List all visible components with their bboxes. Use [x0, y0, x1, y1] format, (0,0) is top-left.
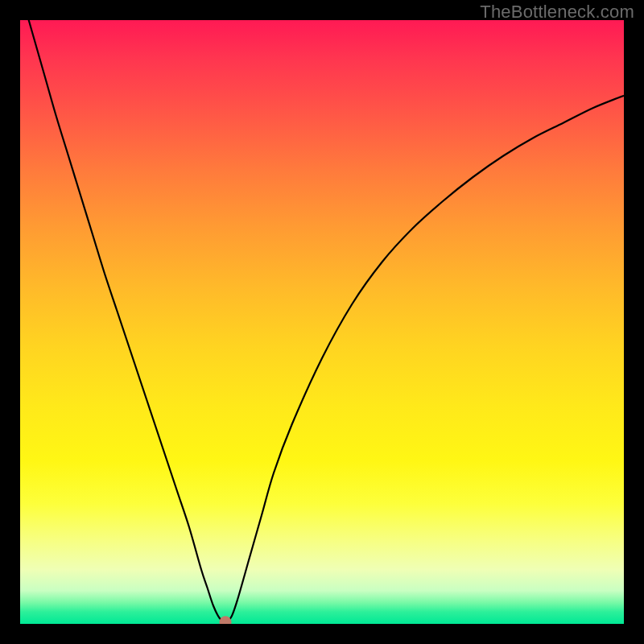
minimum-marker [220, 616, 232, 624]
chart-svg [20, 20, 624, 624]
watermark-text: TheBottleneck.com [480, 2, 634, 23]
plot-area [20, 20, 624, 624]
bottleneck-curve [20, 20, 624, 622]
chart-frame: TheBottleneck.com [0, 0, 644, 644]
